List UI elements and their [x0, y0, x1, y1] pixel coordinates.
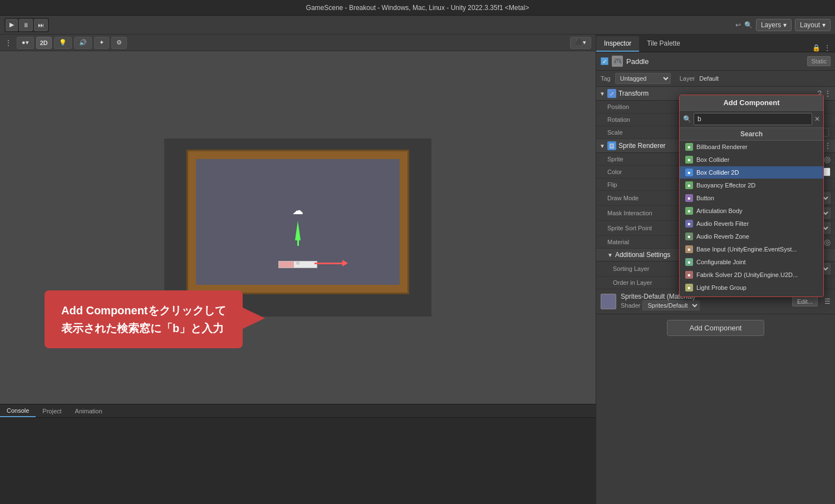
- scene-settings-btn[interactable]: ⚙: [111, 37, 127, 49]
- tag-layer-row: Tag Untagged Layer Default: [596, 71, 835, 87]
- comp-item-text-4: Button: [696, 195, 818, 201]
- layout-dropdown[interactable]: Layout ▾: [795, 19, 831, 31]
- comp-item-icon-2: ■: [685, 169, 693, 176]
- comp-item-3[interactable]: ■Buoyancy Effector 2D: [680, 179, 823, 192]
- gizmo-center: [296, 261, 299, 265]
- object-name-field[interactable]: [626, 57, 804, 66]
- step-button[interactable]: ⏭: [34, 19, 48, 31]
- comp-item-9[interactable]: ■Configurable Joint: [680, 256, 823, 269]
- scene-audio-btn[interactable]: 🔊: [74, 37, 92, 49]
- clear-search-icon[interactable]: ✕: [814, 115, 820, 123]
- position-label: Position: [607, 103, 685, 110]
- material-block-icon: [601, 294, 616, 309]
- edit-shader-btn[interactable]: Edit...: [792, 297, 818, 307]
- scene-view[interactable]: ☁: [0, 51, 596, 404]
- comp-item-icon-5: ■: [685, 207, 693, 215]
- comp-item-icon-11: ■: [685, 284, 693, 291]
- toolbar-right: ↩ 🔍 Layers ▾ Layout ▾: [735, 19, 831, 31]
- undo-icon[interactable]: ↩: [735, 21, 741, 29]
- game-canvas: ☁: [164, 139, 431, 317]
- rotation-label: Rotation: [607, 116, 685, 123]
- comp-item-11[interactable]: ■Light Probe Group: [680, 281, 823, 294]
- comp-item-4[interactable]: ■Button: [680, 192, 823, 205]
- annotation-line1: Add Componentをクリックして: [61, 302, 226, 319]
- inspector-tab[interactable]: Inspector: [596, 36, 639, 52]
- transform-triangle: ▼: [600, 91, 605, 97]
- bottom-panel: Console Project Animation: [0, 404, 596, 504]
- inspector-more-icon[interactable]: ⋮: [824, 44, 831, 52]
- inspector-tabs: Inspector Tile Palette 🔒 ⋮: [596, 34, 835, 52]
- annotation-line2: 表示された検索窓に「b」と入力: [61, 319, 226, 337]
- console-tab[interactable]: Console: [0, 405, 36, 417]
- material-block-menu[interactable]: ☰: [824, 298, 831, 305]
- paddle-highlight: [279, 261, 294, 268]
- layer-value: Default: [699, 75, 719, 82]
- title-bar: GameScene - Breakout - Windows, Mac, Lin…: [0, 0, 835, 16]
- color-label: Color: [607, 169, 685, 175]
- playback-controls: ▶ ⏸ ⏭: [4, 18, 49, 32]
- annotation-box: Add Componentをクリックして 表示された検索窓に「b」と入力: [45, 290, 243, 348]
- sprite-sort-label: Sprite Sort Point: [607, 225, 685, 231]
- add-component-button[interactable]: Add Component: [667, 320, 765, 336]
- layer-label: Layer: [680, 75, 695, 82]
- static-badge[interactable]: Static: [807, 56, 831, 66]
- shader-select[interactable]: Sprites/Default: [642, 300, 700, 310]
- comp-item-icon-8: ■: [685, 245, 693, 253]
- add-comp-title: Add Component: [680, 95, 823, 111]
- comp-item-1[interactable]: ■Box Collider: [680, 154, 823, 166]
- wood-inner: ☁: [196, 159, 400, 285]
- search-section: Search: [680, 128, 823, 141]
- sprite-picker-icon[interactable]: ◎: [824, 155, 831, 164]
- scene-gizmo-btn[interactable]: ●▾: [17, 37, 34, 49]
- tag-select[interactable]: Untagged: [615, 73, 671, 84]
- comp-item-icon-4: ■: [685, 194, 693, 202]
- comp-item-text-2: Box Collider 2D: [696, 169, 818, 176]
- scene-menu-icon[interactable]: ⋮: [4, 38, 12, 47]
- material-sub: Shader Sprites/Default: [621, 300, 788, 310]
- comp-item-text-8: Base Input (UnityEngine.EventSyst...: [696, 246, 818, 253]
- comp-item-10[interactable]: ■Fabrik Solver 2D (UnityEngine.U2D...: [680, 269, 823, 281]
- play-button[interactable]: ▶: [6, 19, 18, 31]
- scene-gizmo-toggle[interactable]: ⬛▾: [570, 37, 591, 49]
- layers-dropdown-arrow: ▾: [783, 21, 787, 29]
- search-icon[interactable]: 🔍: [744, 21, 753, 29]
- transform-menu-icon[interactable]: ⋮: [824, 89, 832, 98]
- flip-label: Flip: [607, 181, 685, 188]
- comp-item-icon-3: ■: [685, 181, 693, 189]
- sr-menu-icon[interactable]: ⋮: [824, 141, 832, 150]
- mask-interaction-label: Mask Interaction: [607, 210, 685, 216]
- draw-mode-label: Draw Mode: [607, 195, 685, 201]
- comp-item-2[interactable]: ■Box Collider 2D: [680, 166, 823, 179]
- comp-item-icon-10: ■: [685, 271, 693, 279]
- comp-item-7[interactable]: ■Audio Reverb Zone: [680, 230, 823, 243]
- comp-item-0[interactable]: ■Billboard Renderer: [680, 141, 823, 154]
- arrow-right-head: [342, 260, 348, 266]
- main-toolbar: ▶ ⏸ ⏭ ↩ 🔍 Layers ▾ Layout ▾: [0, 16, 835, 34]
- comp-item-12[interactable]: ■Light Probe Proxy Volume: [680, 294, 823, 297]
- object-enabled-checkbox[interactable]: ✓: [601, 57, 608, 65]
- layout-dropdown-arrow: ▾: [822, 21, 826, 29]
- comp-item-icon-7: ■: [685, 233, 693, 240]
- comp-item-8[interactable]: ■Base Input (UnityEngine.EventSyst...: [680, 243, 823, 256]
- comp-item-6[interactable]: ■Audio Reverb Filter: [680, 218, 823, 230]
- scene-light-btn[interactable]: 💡: [54, 37, 72, 49]
- animation-tab[interactable]: Animation: [68, 406, 109, 417]
- tile-palette-tab[interactable]: Tile Palette: [639, 36, 688, 52]
- inspector-panel: Inspector Tile Palette 🔒 ⋮ ✓ 🎮 Static Ta…: [596, 34, 835, 504]
- pause-button[interactable]: ⏸: [19, 19, 33, 31]
- arrow-right-group: [315, 260, 348, 266]
- shader-label: Shader: [621, 302, 640, 309]
- project-tab[interactable]: Project: [36, 406, 68, 417]
- sr-triangle: ▼: [600, 143, 605, 149]
- scene-panel: ⋮ ●▾ 2D 💡 🔊 ✦ ⚙ ⬛▾ ☁: [0, 34, 596, 504]
- inspector-lock-icon[interactable]: 🔒: [812, 44, 821, 52]
- comp-item-5[interactable]: ■Articulation Body: [680, 205, 823, 218]
- material-picker-icon[interactable]: ◎: [824, 238, 831, 246]
- scene-fx-btn[interactable]: ✦: [94, 37, 109, 49]
- comp-item-text-0: Billboard Renderer: [696, 144, 818, 150]
- layers-dropdown[interactable]: Layers ▾: [756, 19, 792, 31]
- comp-item-text-3: Buoyancy Effector 2D: [696, 182, 818, 189]
- add-comp-search-input[interactable]: [694, 113, 812, 125]
- comp-list: ■Billboard Renderer■Box Collider■Box Col…: [680, 141, 823, 297]
- scene-2d-badge[interactable]: 2D: [36, 37, 52, 49]
